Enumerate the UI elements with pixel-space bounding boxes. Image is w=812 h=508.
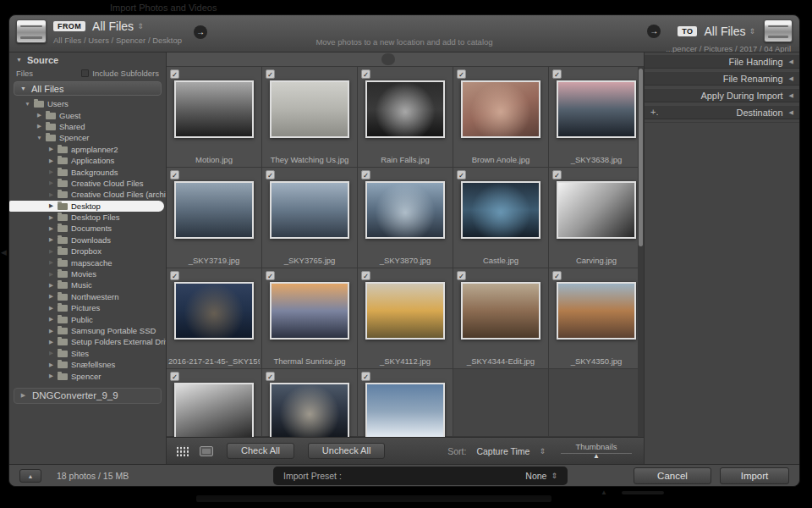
disclosure-triangle-icon[interactable]: ▶ [48,248,54,255]
grid-filter-tab[interactable] [415,53,429,65]
photo-thumbnail[interactable] [270,383,349,437]
to-target-selector[interactable]: All Files [704,25,745,38]
cancel-button[interactable]: Cancel [634,467,711,484]
photo-thumbnail[interactable] [270,80,349,138]
folder-tree-item[interactable]: ▶ Northwestern [9,291,166,302]
grid-filter-tab[interactable] [381,53,395,65]
folder-tree-item[interactable]: ▶ Downloads [9,235,166,246]
disclosure-triangle-icon[interactable]: ▶ [48,236,54,243]
disclosure-triangle-icon[interactable]: ▶ [48,362,54,368]
folder-tree-item[interactable]: ▶ Backgrounds [9,166,166,177]
photo-thumbnail[interactable] [557,181,636,239]
photo-thumbnail[interactable] [461,282,540,340]
photo-checkbox[interactable]: ✓ [361,170,370,179]
photo-cell[interactable]: ✓ _SKY3719.jpg [167,168,261,268]
disclosure-triangle-icon[interactable]: ▶ [48,191,54,198]
source-panel-header[interactable]: ▼ Source [9,52,166,67]
folder-tree-item[interactable]: ▶ Music [9,279,166,290]
panel-section-header[interactable]: +. Apply During Import ◀ [645,88,799,102]
disclosure-triangle-icon[interactable]: ▶ [48,225,54,232]
from-source-selector[interactable]: All Files [92,19,134,33]
disclosure-triangle-icon[interactable]: ▶ [48,214,54,221]
photo-cell[interactable]: ✓ Rain Falls.jpg [358,67,453,167]
folder-tree-item[interactable]: ▶ Creative Cloud Files (archived) (1) [9,189,166,200]
photo-checkbox[interactable]: ✓ [170,271,179,280]
folder-tree-item[interactable]: ▶ Shared [9,121,166,132]
photo-checkbox[interactable]: ✓ [552,271,562,280]
photo-checkbox[interactable]: ✓ [457,69,466,79]
folder-tree-item[interactable]: ▶ Guest [9,109,166,120]
uncheck-all-button[interactable]: Uncheck All [308,443,385,459]
thumbnail-size-slider[interactable]: Thumbnails ▲ [561,442,632,460]
photo-checkbox[interactable]: ✓ [361,69,370,79]
photo-thumbnail[interactable] [174,181,254,239]
photo-cell[interactable]: ✓ They Watching Us.jpg [262,67,357,167]
photo-thumbnail[interactable] [461,181,540,239]
photo-checkbox[interactable]: ✓ [266,170,275,179]
photo-cell[interactable]: ✓ [167,369,261,436]
folder-tree-item[interactable]: ▶ Desktop Files [9,212,166,223]
disclosure-triangle-icon[interactable]: ▶ [48,168,54,175]
photo-thumbnail[interactable] [557,282,636,340]
photo-cell[interactable]: ✓ Brown Anole.jpg [453,67,548,167]
panel-section-header[interactable]: +. Destination ◀ [645,105,799,119]
photo-cell[interactable]: ✓ _SKY3638.jpg [549,67,644,167]
folder-tree-item[interactable]: ▶ Applications [9,155,166,166]
panel-section-header[interactable]: +. File Handling ◀ [645,54,799,69]
disclosure-triangle-icon[interactable]: ▶ [48,293,54,300]
photo-cell[interactable]: ✓ _SKY4112.jpg [358,268,453,368]
disclosure-triangle-icon[interactable]: ▶ [36,123,42,130]
folder-tree-item[interactable]: ▶ Dropbox [9,246,166,257]
disclosure-triangle-icon[interactable]: ▶ [36,112,42,119]
photo-cell[interactable]: ✓ Carving.jpg [549,168,644,268]
folder-tree-item[interactable]: ▶ Movies [9,268,166,279]
disclosure-triangle-icon[interactable]: ▶ [48,339,54,345]
folder-tree-item[interactable]: ▶ Public [9,313,166,324]
photo-thumbnail[interactable] [365,181,445,239]
disclosure-triangle-icon[interactable]: ▶ [48,328,54,334]
folder-tree-item[interactable]: ▶ Snæfellsnes [9,359,166,370]
disclosure-triangle-icon[interactable]: ▼ [36,135,42,141]
disclosure-triangle-icon[interactable]: ▶ [48,350,54,356]
photo-cell[interactable]: ✓ Motion.jpg [167,67,261,167]
grid-filter-tab[interactable] [398,53,412,65]
disclosure-triangle-icon[interactable]: ▶ [48,373,54,379]
disclosure-triangle-icon[interactable]: ▼ [25,101,30,107]
disclosure-triangle-icon[interactable]: ▶ [48,179,54,186]
folder-tree-item[interactable]: ▶ Creative Cloud Files [9,178,166,189]
disclosure-triangle-icon[interactable]: ▶ [48,316,54,323]
photo-thumbnail[interactable] [557,80,636,138]
photo-thumbnail[interactable] [174,80,254,138]
import-preset-dropdown[interactable]: Import Preset : None ⇕ [273,467,568,485]
minimize-dialog-button[interactable]: ▲ [19,469,41,483]
photo-thumbnail[interactable] [174,383,254,437]
photo-checkbox[interactable]: ✓ [361,372,370,381]
folder-tree-item[interactable]: ▶ Sites [9,348,166,359]
photo-thumbnail[interactable] [270,181,349,239]
photo-thumbnail[interactable] [365,383,445,437]
photo-checkbox[interactable]: ✓ [266,69,275,79]
photo-checkbox[interactable]: ✓ [457,170,466,179]
slider-thumb-icon[interactable]: ▲ [593,452,600,460]
photo-cell[interactable]: ✓ Castle.jpg [453,168,548,268]
disclosure-triangle-icon[interactable]: ▶ [48,157,54,164]
photo-thumbnail[interactable] [461,80,540,138]
disclosure-triangle-icon[interactable]: ▶ [48,202,54,209]
dng-converter-item[interactable]: ▶ DNGConverter_9_9 [14,388,162,404]
photo-thumbnail[interactable] [174,282,254,340]
folder-tree-item[interactable]: ▼ Spencer [9,132,166,143]
photo-cell[interactable]: ✓ Thermal Sunrise.jpg [262,268,357,368]
all-files-root-item[interactable]: ▼ All Files [14,81,162,96]
loupe-view-icon[interactable] [200,446,213,456]
disclosure-triangle-icon[interactable]: ▶ [48,305,54,312]
folder-tree-item[interactable]: ▶ Pictures [9,302,166,313]
photo-thumbnail[interactable] [365,282,445,340]
photo-cell[interactable]: ✓ _SKY3765.jpg [262,168,357,268]
photo-checkbox[interactable]: ✓ [552,170,562,179]
photo-cell[interactable]: ✓ _SKY4350.jpg [549,268,644,368]
grid-scrollbar[interactable] [638,67,644,437]
photo-checkbox[interactable]: ✓ [266,271,275,280]
disclosure-triangle-icon[interactable]: ▶ [20,392,26,399]
grid-view-icon[interactable] [175,445,189,456]
folder-tree-item[interactable]: ▶ apmplanner2 [9,144,166,155]
